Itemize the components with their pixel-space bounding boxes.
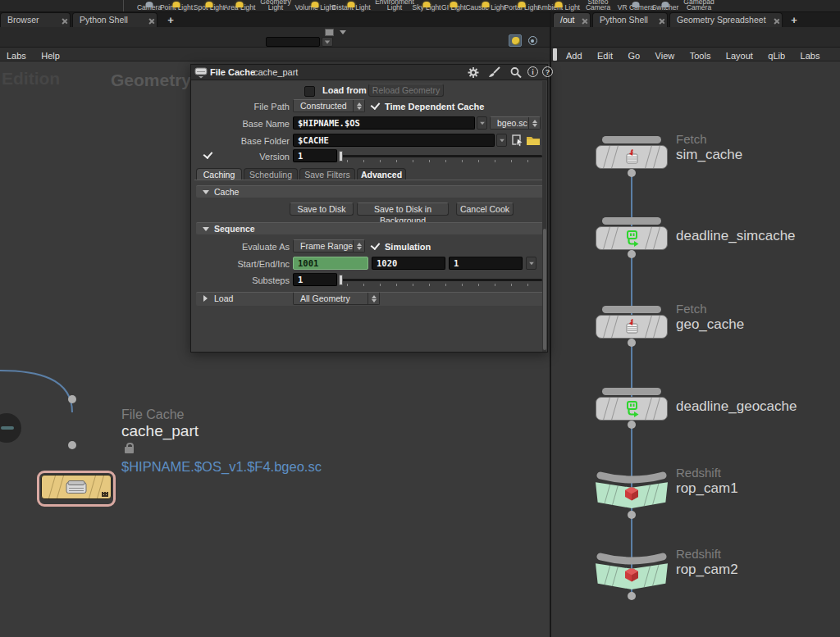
- time-dependent-checkbox[interactable]: [370, 101, 381, 111]
- node-deadline-geocache[interactable]: [596, 397, 668, 421]
- node-flag-cap[interactable]: [602, 217, 661, 225]
- shelf-tool-stereo-camera[interactable]: Stereo Camera: [580, 0, 616, 11]
- node-name-label[interactable]: geo_cache: [676, 316, 744, 333]
- node-input-connector[interactable]: [68, 395, 76, 403]
- node-flag-cap[interactable]: [602, 388, 661, 395]
- stepper-icon[interactable]: [528, 117, 540, 129]
- shelf-tool-gamepad-camera[interactable]: Gamepad Camera: [679, 0, 719, 11]
- base-folder-menu-button[interactable]: [496, 134, 507, 147]
- node-flag-cap[interactable]: [602, 306, 661, 313]
- base-name-menu-button[interactable]: [477, 116, 487, 130]
- node-name-label[interactable]: cache_part: [121, 422, 199, 440]
- close-icon[interactable]: [774, 18, 778, 23]
- target-tool-button[interactable]: [526, 34, 539, 47]
- close-icon[interactable]: [62, 18, 66, 23]
- filter-input[interactable]: [266, 37, 320, 47]
- sequence-group-header[interactable]: Sequence: [196, 222, 544, 234]
- node-name-label[interactable]: rop_cam2: [676, 562, 738, 578]
- bypassed-node-badge[interactable]: [0, 413, 21, 443]
- node-output-connector[interactable]: [628, 592, 636, 600]
- info-icon[interactable]: i: [527, 66, 538, 77]
- tab-geometry-spreadsheet[interactable]: Geometry Spreadsheet: [669, 12, 783, 27]
- tab-caching[interactable]: Caching: [196, 168, 242, 180]
- camera-icon: [632, 2, 640, 7]
- node-deadline-simcache[interactable]: [596, 226, 668, 250]
- new-tab-button[interactable]: +: [164, 14, 177, 26]
- node-flag-cap[interactable]: [592, 470, 671, 485]
- stepper-icon[interactable]: [353, 240, 364, 252]
- node-output-connector[interactable]: [628, 421, 636, 429]
- frame-inc-field[interactable]: 1: [449, 257, 523, 270]
- gear-icon[interactable]: [467, 66, 480, 79]
- tab-scheduling[interactable]: Scheduling: [244, 168, 298, 180]
- range-menu-button[interactable]: [526, 257, 536, 270]
- load-from-disk-checkbox[interactable]: [304, 86, 315, 97]
- base-folder-field[interactable]: $CACHE: [293, 134, 495, 147]
- shelf-tool-ambient-light[interactable]: Ambient Light: [535, 5, 582, 11]
- node-name-label[interactable]: deadline_simcache: [676, 228, 796, 244]
- param-scrollbar[interactable]: [542, 81, 546, 352]
- node-name-label[interactable]: rop_cam1: [676, 480, 738, 497]
- new-tab-button[interactable]: +: [788, 14, 801, 26]
- dropdown-arrow-button[interactable]: [322, 37, 333, 47]
- left-menubar: Labs Help: [0, 48, 550, 61]
- file-chooser-icon[interactable]: [511, 134, 524, 147]
- node-geo-cache[interactable]: [596, 315, 668, 339]
- frame-start-field[interactable]: 1001: [293, 257, 368, 270]
- tab-browser[interactable]: Browser: [0, 12, 71, 27]
- node-output-connector[interactable]: [628, 339, 636, 347]
- node-output-connector[interactable]: [628, 169, 636, 177]
- close-icon[interactable]: [582, 18, 587, 23]
- close-icon[interactable]: [148, 18, 153, 23]
- tab-advanced[interactable]: Advanced: [357, 168, 406, 180]
- help-icon[interactable]: ?: [542, 66, 553, 77]
- shelf-tool-distant-light[interactable]: Distant Light: [327, 5, 375, 11]
- node-output-connector[interactable]: [628, 250, 636, 258]
- search-icon[interactable]: [509, 66, 523, 79]
- substeps-slider[interactable]: [342, 279, 542, 281]
- close-icon[interactable]: [659, 18, 664, 23]
- brush-icon[interactable]: [488, 66, 501, 79]
- extension-dropdown[interactable]: bgeo.sc: [490, 116, 541, 130]
- tab-python-shell[interactable]: Python Shell: [72, 12, 158, 27]
- light-icon: [482, 2, 490, 7]
- node-sim-cache[interactable]: [596, 145, 668, 169]
- file-path-dropdown[interactable]: Constructed: [293, 99, 365, 112]
- cache-group-header[interactable]: Cache: [196, 185, 544, 198]
- param-node-name-field[interactable]: cache_part: [253, 67, 298, 77]
- tab-out[interactable]: /out: [553, 12, 591, 27]
- simulation-checkbox[interactable]: [370, 241, 381, 252]
- stepper-icon[interactable]: [353, 100, 364, 111]
- out-network-editor[interactable]: Fetch sim_cache deadline_simcache: [551, 61, 840, 637]
- frame-end-field[interactable]: 1020: [372, 257, 445, 270]
- base-name-field[interactable]: $HIPNAME.$OS: [293, 116, 475, 130]
- concentric-circles-icon: [528, 36, 537, 45]
- reload-geometry-button[interactable]: Reload Geometry: [368, 84, 444, 97]
- color-swatch[interactable]: [325, 29, 334, 36]
- save-to-disk-button[interactable]: Save to Disk: [290, 202, 354, 216]
- substeps-slider-handle[interactable]: [339, 275, 343, 285]
- node-name-label[interactable]: deadline_geocache: [676, 398, 797, 415]
- version-slider-handle[interactable]: [339, 151, 343, 162]
- tab-python-shell[interactable]: Python Shell: [592, 12, 668, 27]
- select-tool-button[interactable]: [509, 34, 522, 47]
- version-field[interactable]: 1: [293, 149, 337, 162]
- node-file-cache[interactable]: [41, 475, 112, 499]
- node-output-connector[interactable]: [68, 441, 76, 449]
- folder-icon[interactable]: [526, 134, 541, 147]
- node-flag-cap[interactable]: [592, 551, 671, 566]
- file-cache-node-icon[interactable]: [194, 66, 208, 79]
- tab-scroll-handle[interactable]: [553, 48, 557, 61]
- node-output-connector[interactable]: [628, 511, 636, 519]
- node-name-label[interactable]: sim_cache: [676, 147, 742, 163]
- node-flag-cap[interactable]: [602, 136, 661, 143]
- load-dropdown[interactable]: All Geometry: [293, 292, 380, 305]
- tab-save-filters[interactable]: Save Filters: [299, 168, 355, 180]
- version-slider[interactable]: [342, 155, 542, 157]
- substeps-field[interactable]: 1: [293, 273, 337, 286]
- save-to-disk-background-button[interactable]: Save to Disk in Background: [357, 202, 449, 216]
- cancel-cook-button[interactable]: Cancel Cook: [456, 202, 514, 216]
- chevron-down-icon[interactable]: [340, 30, 346, 34]
- evaluate-as-dropdown[interactable]: Frame Range: [293, 239, 365, 253]
- stepper-icon[interactable]: [368, 293, 379, 304]
